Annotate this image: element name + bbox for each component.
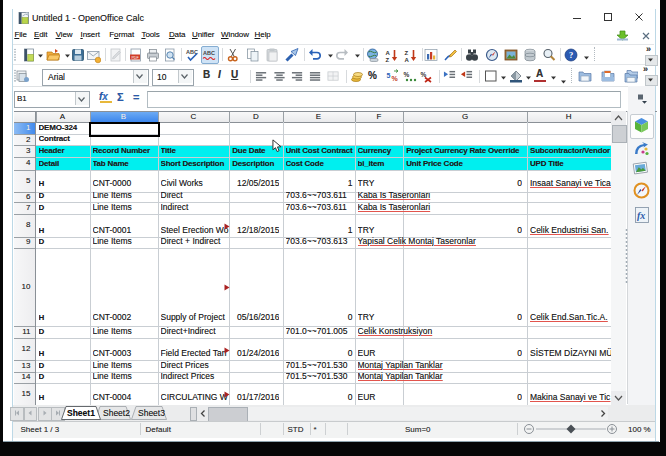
svg-text:Z: Z — [386, 56, 390, 62]
svg-text:fx: fx — [637, 210, 645, 221]
svg-text:%: % — [404, 71, 410, 78]
svg-text:5: 5 — [386, 72, 390, 79]
svg-text:PDF: PDF — [131, 55, 139, 59]
svg-text:A: A — [386, 49, 391, 55]
svg-text:A: A — [405, 56, 410, 62]
svg-text:ABC: ABC — [203, 50, 215, 56]
svg-text:%: % — [421, 71, 427, 78]
svg-text:?: ? — [568, 50, 572, 60]
svg-text:%: % — [391, 75, 398, 82]
svg-text:Z: Z — [405, 49, 409, 55]
